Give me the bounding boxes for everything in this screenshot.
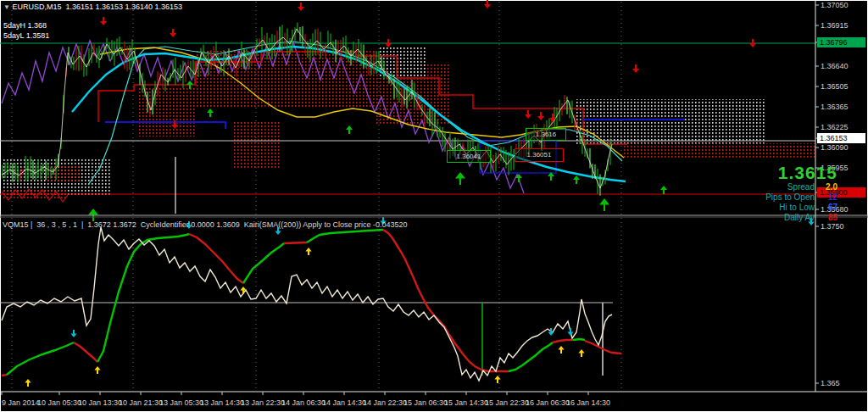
quote-info-panel: 1.3615 Spread2.0Pips to Open12Hi to Low6…	[765, 164, 837, 223]
chart-line	[2, 375, 7, 376]
quote-info-label: Spread	[787, 182, 815, 192]
buy-signal-arrow-icon	[455, 172, 465, 185]
chart-line	[74, 342, 97, 362]
current-price-display: 1.3615	[765, 164, 837, 182]
sell-signal-arrow-icon	[70, 330, 76, 337]
quote-info-value: 85	[821, 213, 837, 223]
quote-info-row: Hi to Low67	[765, 203, 837, 213]
buy-signal-arrow-icon	[660, 186, 667, 194]
chart-line	[307, 230, 383, 242]
trade-price-tag: 1.36041	[447, 150, 491, 163]
buy-signal-arrow-icon	[207, 109, 214, 117]
buy-signal-arrow-icon	[25, 379, 31, 387]
quote-info-label: Pips to Open	[765, 192, 815, 203]
price-marker-box: 1.36153	[817, 133, 865, 143]
price-marker-box: 1.36796	[817, 37, 865, 47]
quote-info-label: Daily Av	[784, 213, 815, 223]
quote-info-row: Pips to Open12	[765, 192, 837, 203]
chart-dropdown-icon[interactable]: ▼	[3, 3, 10, 11]
chart-line	[573, 339, 585, 340]
white-dotted-cloud	[576, 99, 765, 146]
indicator-axis-label: 1.365	[821, 379, 840, 387]
buy-signal-arrow-icon	[494, 376, 500, 383]
buy-signal-arrow-icon	[94, 366, 100, 374]
indicator-window-header: VQM15 | 36 , 3 , 5 , 1 | 1.3672 1.3672 C…	[3, 220, 407, 229]
sell-signal-arrow-icon	[632, 64, 639, 73]
price-axis-label: 1.36365	[821, 103, 849, 111]
sell-signal-arrow-icon	[170, 29, 176, 37]
price-axis-label: 1.36640	[821, 62, 849, 70]
five-day-low-label: 5dayL 1.3581	[3, 31, 49, 40]
buy-signal-arrow-icon	[578, 349, 584, 357]
buy-signal-arrow-icon	[305, 248, 311, 255]
chart-line	[97, 234, 189, 362]
chart-canvas[interactable]	[0, 0, 868, 412]
mt4-chart-window[interactable]: ▼ EURUSD,M15 1.36151 1.36153 1.36140 1.3…	[0, 0, 868, 412]
sell-signal-arrow-icon	[525, 110, 531, 119]
trade-price-tag: 1.3616	[526, 128, 566, 141]
sell-signal-arrow-icon	[484, 0, 491, 8]
price-axis-label: 1.37050	[821, 1, 849, 9]
symbol-ohlc-text: EURUSD,M15 1.36151 1.36153 1.36140 1.361…	[12, 3, 182, 11]
trade-price-tag: 1.36051	[515, 148, 564, 162]
sell-signal-arrow-icon	[749, 39, 756, 47]
sell-signal-arrow-icon	[537, 112, 544, 120]
sell-signal-arrow-icon	[298, 3, 304, 11]
red-dotted-cloud	[623, 143, 815, 158]
sell-signal-arrow-icon	[567, 328, 573, 336]
quote-info-value: 67	[821, 203, 837, 213]
sell-signal-arrow-icon	[385, 39, 392, 47]
quote-info-value: 2.0	[821, 182, 837, 192]
quote-info-value: 12	[821, 192, 837, 203]
symbol-ohlc-line: ▼ EURUSD,M15 1.36151 1.36153 1.36140 1.3…	[3, 3, 182, 11]
red-dotted-cloud	[234, 122, 281, 170]
sell-signal-arrow-icon	[100, 17, 107, 25]
indicator-axis-label: 1.3750	[821, 222, 844, 231]
buy-signal-arrow-icon	[346, 125, 353, 134]
buy-signal-arrow-icon	[599, 198, 609, 211]
buy-signal-arrow-icon	[573, 175, 580, 184]
chart-line	[7, 342, 74, 375]
buy-signal-arrow-icon	[240, 287, 246, 294]
price-axis-label: 1.36505	[821, 82, 849, 91]
chart-line	[284, 242, 307, 243]
quote-info-label: Hi to Low	[779, 203, 815, 213]
five-day-high-label: 5dayH 1.368	[3, 21, 47, 30]
chart-line	[383, 230, 509, 371]
quote-info-row: Daily Av85	[765, 213, 837, 223]
chart-line	[243, 243, 284, 283]
sell-signal-arrow-icon	[549, 114, 556, 122]
price-axis-label: 1.36090	[821, 143, 849, 152]
chart-line	[553, 340, 573, 342]
buy-signal-arrow-icon	[558, 346, 564, 354]
price-axis-label: 1.36225	[821, 123, 849, 131]
quote-info-row: Spread2.0	[765, 182, 837, 192]
chart-line	[509, 342, 553, 371]
red-dotted-cloud	[47, 164, 80, 183]
chart-line	[189, 234, 243, 283]
price-axis-label: 1.36915	[821, 21, 849, 30]
